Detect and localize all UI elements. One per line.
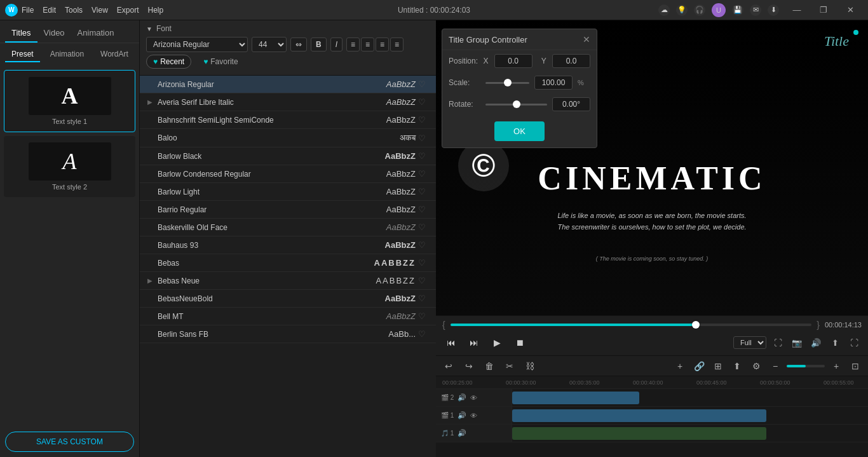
detach-button[interactable]: ⛓ — [522, 358, 538, 374]
align-justify-button[interactable]: ≡ — [390, 38, 403, 51]
bulb-icon[interactable]: 💡 — [676, 4, 688, 16]
heart-icon[interactable]: ♡ — [416, 79, 428, 89]
stop-button[interactable]: ⏹ — [511, 334, 529, 351]
heart-icon[interactable]: ♡ — [416, 258, 428, 268]
heart-icon[interactable]: ♡ — [416, 222, 428, 232]
font-family-select[interactable]: Arizonia Regular — [146, 37, 248, 52]
tab-animation[interactable]: Animation — [71, 24, 121, 43]
add-track-button[interactable]: + — [672, 358, 688, 374]
menu-edit[interactable]: Edit — [43, 6, 56, 15]
rotate-slider[interactable] — [485, 104, 547, 106]
list-item[interactable]: Bauhaus 93 AaBbzZ ♡ — [140, 236, 436, 254]
list-item[interactable]: Barrio Regular AaBbzZ ♡ — [140, 201, 436, 219]
audio-clip[interactable] — [512, 427, 766, 440]
progress-bar[interactable] — [451, 324, 812, 326]
cloud-icon[interactable]: ☁ — [658, 4, 670, 16]
heart-icon[interactable]: ♡ — [416, 240, 428, 250]
redo-button[interactable]: ↪ — [461, 358, 477, 374]
tab-titles[interactable]: Titles — [5, 24, 37, 43]
heart-icon[interactable]: ♡ — [416, 115, 428, 125]
heart-icon[interactable]: ♡ — [416, 311, 428, 321]
bold-button[interactable]: B — [311, 38, 327, 51]
list-item[interactable]: Baloo अकब ♡ — [140, 129, 436, 147]
preset-tab-preset[interactable]: Preset — [5, 47, 40, 62]
list-item[interactable]: Berlin Sans FB AaBb... ♡ — [140, 325, 436, 343]
avatar-icon[interactable]: U — [712, 3, 726, 17]
export-button[interactable]: ⬆ — [827, 335, 843, 350]
italic-button[interactable]: I — [330, 38, 342, 51]
list-item[interactable]: Bahnschrift SemiLight SemiConde AaBbzZ ♡ — [140, 111, 436, 129]
menu-view[interactable]: View — [92, 6, 108, 15]
frame-back-button[interactable]: ⏭ — [465, 334, 483, 351]
save-as-custom-button[interactable]: SAVE AS CUSTOM — [5, 432, 134, 452]
list-item[interactable]: ▶ Bebas Neue AABBZZ ♡ — [140, 272, 436, 290]
font-spacing-button[interactable]: ⇔ — [290, 38, 307, 51]
zoom-slider[interactable] — [787, 365, 825, 367]
list-item[interactable]: Baskerville Old Face AaBbzZ ♡ — [140, 219, 436, 236]
track-visible-icon[interactable]: 👁 — [470, 412, 477, 419]
style-item[interactable]: A Text style 1 — [4, 70, 135, 132]
play-button[interactable]: ▶ — [488, 334, 506, 351]
list-item[interactable]: Barlow Condensed Regular AaBbzZ ♡ — [140, 165, 436, 183]
align-right-button[interactable]: ≡ — [376, 38, 389, 51]
settings-button[interactable]: ⚙ — [749, 358, 764, 374]
list-item[interactable]: Barlow Black AaBbzZ ♡ — [140, 147, 436, 165]
tab-video[interactable]: Video — [37, 24, 71, 43]
fit-screen-button[interactable]: ⛶ — [770, 335, 785, 350]
style-item-2[interactable]: A Text style 2 — [4, 136, 135, 197]
track-audio-icon[interactable]: 🔊 — [458, 429, 466, 437]
font-size-select[interactable]: 44 — [252, 37, 287, 52]
list-item[interactable]: Barlow Light AaBbzZ ♡ — [140, 183, 436, 201]
skip-back-button[interactable]: ⏮ — [442, 334, 460, 351]
list-item[interactable]: Arizonia Regular AaBbzZ ♡ — [140, 76, 436, 93]
ok-button[interactable]: OK — [494, 121, 545, 141]
track-audio-icon[interactable]: 🔊 — [458, 393, 466, 402]
heart-icon[interactable]: ♡ — [416, 169, 428, 179]
minimize-button[interactable]: — — [784, 1, 810, 20]
save-icon[interactable]: 💾 — [732, 4, 743, 16]
close-button[interactable]: ✕ — [837, 1, 863, 20]
snapshot-button[interactable]: 📷 — [789, 335, 804, 350]
heart-icon[interactable]: ♡ — [416, 205, 428, 214]
heart-icon[interactable]: ♡ — [416, 133, 428, 143]
position-y-input[interactable] — [552, 54, 590, 68]
track-visible-icon[interactable]: 👁 — [470, 394, 477, 402]
list-item[interactable]: Bell MT AaBbzZ ♡ — [140, 308, 436, 325]
menu-export[interactable]: Export — [117, 6, 139, 15]
zoom-in-button[interactable]: + — [829, 358, 844, 374]
scale-slider[interactable] — [485, 82, 529, 84]
zoom-out-button[interactable]: − — [768, 358, 783, 374]
headphone-icon[interactable]: 🎧 — [694, 4, 705, 16]
heart-icon[interactable]: ♡ — [416, 97, 428, 107]
magnet-button[interactable]: ⬆ — [729, 358, 745, 374]
undo-button[interactable]: ↩ — [441, 358, 456, 374]
menu-file[interactable]: File — [22, 6, 34, 15]
delete-button[interactable]: 🗑 — [482, 358, 497, 374]
filter-recent[interactable]: ♥ Recent — [146, 55, 191, 69]
scale-input[interactable] — [534, 76, 573, 90]
align-center-button[interactable]: ≡ — [361, 38, 374, 51]
maximize-button[interactable]: ❐ — [811, 1, 836, 20]
message-icon[interactable]: ✉ — [750, 4, 761, 16]
position-x-input[interactable] — [494, 54, 532, 68]
heart-icon[interactable]: ♡ — [416, 329, 428, 339]
video-clip[interactable] — [512, 392, 639, 404]
heart-icon[interactable]: ♡ — [416, 187, 428, 196]
link-button[interactable]: 🔗 — [691, 358, 707, 374]
preset-tab-wordart[interactable]: WordArt — [94, 47, 135, 62]
list-item[interactable]: ▶ Averia Serif Libre Italic AaBbzZ ♡ — [140, 93, 436, 111]
fullscreen-button[interactable]: ⛶ — [846, 335, 862, 350]
list-item[interactable]: Bebas AABBZZ ♡ — [140, 254, 436, 272]
heart-icon[interactable]: ♡ — [416, 276, 428, 285]
filter-favorite[interactable]: ♥ Favorite — [196, 55, 245, 69]
heart-icon[interactable]: ♡ — [416, 294, 428, 303]
rotate-input[interactable] — [552, 97, 590, 111]
fit-button[interactable]: ⊡ — [848, 358, 863, 374]
track-audio-icon[interactable]: 🔊 — [458, 411, 466, 419]
align-left-button[interactable]: ≡ — [346, 38, 360, 51]
video-clip[interactable] — [512, 409, 766, 422]
cut-button[interactable]: ✂ — [502, 358, 517, 374]
menu-tools[interactable]: Tools — [65, 6, 83, 15]
volume-button[interactable]: 🔊 — [808, 335, 824, 350]
ripple-button[interactable]: ⊞ — [710, 358, 726, 374]
